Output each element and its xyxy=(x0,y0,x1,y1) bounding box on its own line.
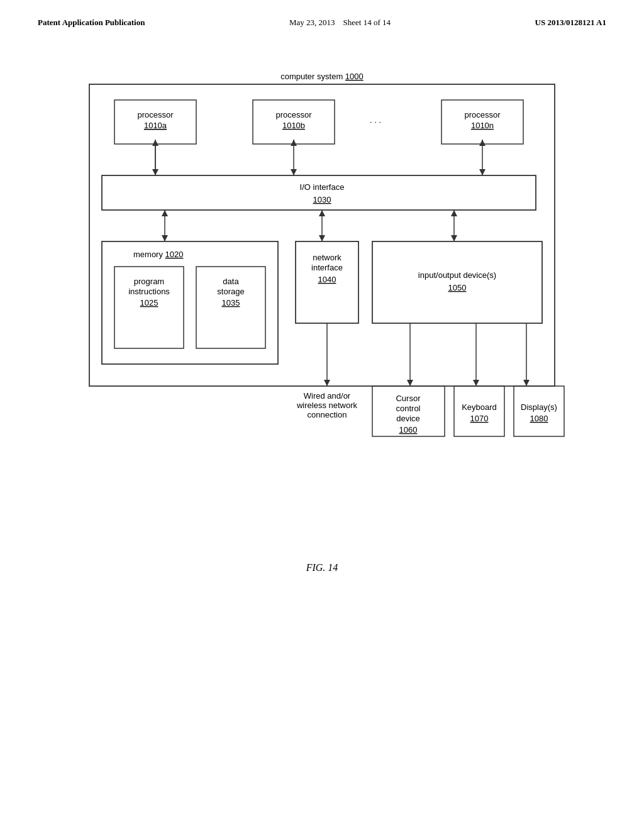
svg-marker-31 xyxy=(324,380,330,386)
svg-marker-37 xyxy=(523,380,530,386)
processor-b-label: processor xyxy=(275,110,312,119)
svg-rect-25 xyxy=(102,241,278,364)
processor-n-label: processor xyxy=(464,110,501,119)
svg-marker-20 xyxy=(319,210,325,216)
processor-a-number: 1010a xyxy=(144,121,167,130)
dots: · · · xyxy=(370,117,381,126)
data-storage-label2: storage xyxy=(217,287,244,296)
program-instructions-label: program xyxy=(134,277,164,286)
io-interface-label: I/O interface xyxy=(300,182,345,192)
header-left: Patent Application Publication xyxy=(38,18,145,28)
network-conn-label3: connection xyxy=(308,410,347,419)
processor-a-label: processor xyxy=(137,110,174,119)
network-interface-label2: interface xyxy=(311,263,343,272)
svg-marker-35 xyxy=(473,380,479,386)
svg-rect-29 xyxy=(372,241,542,323)
processor-b-number: 1010b xyxy=(282,121,305,130)
cursor-control-number: 1060 xyxy=(399,425,418,434)
keyboard-label: Keyboard xyxy=(462,402,497,412)
header-center: May 23, 2013 Sheet 14 of 14 xyxy=(289,18,391,28)
svg-marker-33 xyxy=(407,380,413,386)
displays-label: Display(s) xyxy=(521,402,557,412)
page-header: Patent Application Publication May 23, 2… xyxy=(0,0,644,28)
network-conn-label2: wireless network xyxy=(296,401,358,410)
memory-label: memory 1020 xyxy=(133,250,183,259)
io-devices-number: 1050 xyxy=(448,283,467,292)
program-instructions-number: 1025 xyxy=(140,298,158,307)
program-instructions-label2: instructions xyxy=(128,287,170,296)
svg-marker-24 xyxy=(451,235,457,241)
cursor-control-label3: device xyxy=(396,414,420,423)
io-devices-label: input/output device(s) xyxy=(418,270,496,280)
svg-marker-11 xyxy=(291,169,297,175)
data-storage-label: data xyxy=(223,277,239,286)
svg-marker-10 xyxy=(291,140,297,146)
diagram-svg: computer system 1000 processor 1010a pro… xyxy=(77,65,567,543)
data-storage-number: 1035 xyxy=(222,298,240,307)
svg-marker-14 xyxy=(479,169,486,175)
processor-n-number: 1010n xyxy=(471,121,494,130)
keyboard-number: 1070 xyxy=(470,414,489,423)
computer-system-label: computer system 1000 xyxy=(280,72,364,81)
svg-marker-13 xyxy=(479,140,486,146)
svg-marker-21 xyxy=(319,235,325,241)
main-content: computer system 1000 processor 1010a pro… xyxy=(0,28,644,573)
svg-marker-17 xyxy=(162,210,168,216)
io-interface-number: 1030 xyxy=(313,195,331,204)
header-right: US 2013/0128121 A1 xyxy=(535,18,606,28)
network-interface-number: 1040 xyxy=(318,275,336,284)
svg-rect-15 xyxy=(102,175,536,210)
svg-marker-23 xyxy=(451,210,457,216)
cursor-control-label2: control xyxy=(396,404,420,413)
figure-label: FIG. 14 xyxy=(306,562,338,573)
network-interface-label: network xyxy=(313,253,341,262)
svg-marker-18 xyxy=(162,235,168,241)
cursor-control-label: Cursor xyxy=(396,394,421,403)
network-conn-label: Wired and/or xyxy=(304,391,351,401)
displays-number: 1080 xyxy=(530,414,548,423)
